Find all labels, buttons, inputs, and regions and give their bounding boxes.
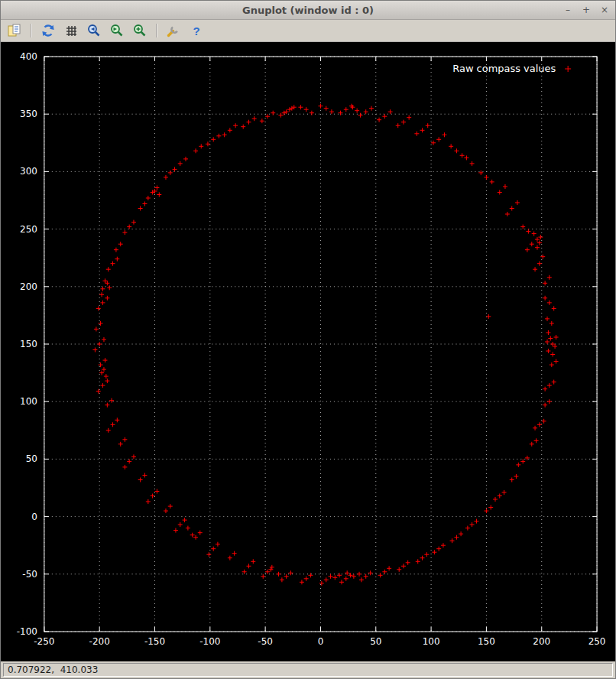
svg-text:300: 300: [20, 166, 37, 177]
zoom-previous-icon: [86, 23, 102, 38]
toolbar-separator: [156, 24, 157, 37]
svg-text:-100: -100: [199, 636, 220, 647]
close-button[interactable]: ×: [600, 5, 609, 15]
svg-text:-50: -50: [258, 636, 273, 647]
svg-text:50: 50: [370, 636, 381, 647]
replot-icon: [41, 23, 56, 38]
copy-icon: [7, 23, 22, 38]
svg-text:350: 350: [20, 109, 37, 119]
svg-text:-200: -200: [89, 636, 110, 647]
svg-text:0: 0: [318, 636, 324, 647]
svg-text:-100: -100: [17, 626, 37, 637]
help-icon: ?: [193, 25, 199, 37]
maximize-button[interactable]: +: [582, 5, 591, 15]
toolbar: ?: [1, 20, 615, 42]
zoom-next-button[interactable]: [108, 21, 126, 40]
svg-text:100: 100: [20, 396, 37, 407]
grid-icon: [63, 23, 79, 38]
plot-area: -250-200-150-100-50050100150200250-100-5…: [1, 42, 615, 661]
zoom-reset-icon: [132, 23, 148, 38]
svg-text:-50: -50: [22, 569, 37, 580]
svg-text:0: 0: [31, 512, 37, 522]
svg-text:200: 200: [533, 636, 550, 647]
grid-toggle-button[interactable]: [62, 21, 80, 40]
svg-text:-250: -250: [34, 636, 54, 647]
cursor-coordinates: 0.707922, 410.033: [3, 663, 613, 677]
window-controls: – + ×: [563, 1, 609, 19]
window-title: Gnuplot (window id : 0): [242, 5, 374, 16]
help-button[interactable]: ?: [187, 21, 206, 40]
minimize-button[interactable]: –: [563, 5, 572, 15]
gnuplot-window: Gnuplot (window id : 0) – + ×: [0, 0, 616, 679]
settings-button[interactable]: [164, 21, 183, 40]
svg-text:100: 100: [423, 636, 440, 647]
zoom-previous-button[interactable]: [85, 21, 103, 40]
toolbar-separator: [31, 24, 32, 37]
titlebar[interactable]: Gnuplot (window id : 0) – + ×: [1, 1, 615, 20]
statusbar: 0.707922, 410.033: [1, 661, 615, 678]
svg-text:-150: -150: [144, 636, 165, 647]
svg-text:400: 400: [20, 51, 37, 62]
zoom-reset-button[interactable]: [131, 21, 149, 40]
svg-text:250: 250: [20, 224, 37, 235]
replot-button[interactable]: [39, 21, 57, 40]
svg-text:200: 200: [20, 281, 37, 292]
settings-icon: [166, 23, 181, 38]
svg-text:50: 50: [26, 453, 37, 464]
svg-text:150: 150: [20, 339, 37, 349]
plot-canvas[interactable]: -250-200-150-100-50050100150200250-100-5…: [1, 42, 615, 661]
svg-text:150: 150: [478, 636, 495, 647]
svg-text:Raw compass values: Raw compass values: [452, 63, 556, 74]
svg-text:250: 250: [588, 636, 606, 647]
zoom-next-icon: [109, 23, 125, 38]
copy-button[interactable]: [5, 21, 24, 40]
